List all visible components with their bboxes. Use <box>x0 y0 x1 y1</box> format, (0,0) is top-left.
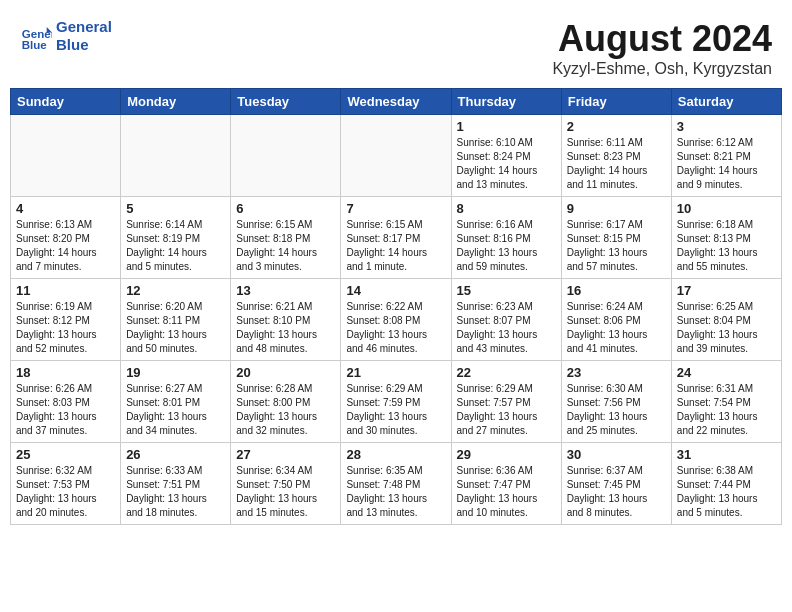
cell-info: Sunrise: 6:29 AM Sunset: 7:57 PM Dayligh… <box>457 382 556 438</box>
day-number: 15 <box>457 283 556 298</box>
cell-info: Sunrise: 6:29 AM Sunset: 7:59 PM Dayligh… <box>346 382 445 438</box>
day-number: 13 <box>236 283 335 298</box>
weekday-header-monday: Monday <box>121 89 231 115</box>
day-number: 5 <box>126 201 225 216</box>
calendar-cell: 16Sunrise: 6:24 AM Sunset: 8:06 PM Dayli… <box>561 279 671 361</box>
day-number: 6 <box>236 201 335 216</box>
calendar-cell: 24Sunrise: 6:31 AM Sunset: 7:54 PM Dayli… <box>671 361 781 443</box>
cell-info: Sunrise: 6:17 AM Sunset: 8:15 PM Dayligh… <box>567 218 666 274</box>
calendar-cell: 10Sunrise: 6:18 AM Sunset: 8:13 PM Dayli… <box>671 197 781 279</box>
calendar-cell: 27Sunrise: 6:34 AM Sunset: 7:50 PM Dayli… <box>231 443 341 525</box>
weekday-header-wednesday: Wednesday <box>341 89 451 115</box>
day-number: 8 <box>457 201 556 216</box>
calendar-cell: 12Sunrise: 6:20 AM Sunset: 8:11 PM Dayli… <box>121 279 231 361</box>
calendar-cell: 26Sunrise: 6:33 AM Sunset: 7:51 PM Dayli… <box>121 443 231 525</box>
calendar-cell: 31Sunrise: 6:38 AM Sunset: 7:44 PM Dayli… <box>671 443 781 525</box>
calendar-cell: 8Sunrise: 6:16 AM Sunset: 8:16 PM Daylig… <box>451 197 561 279</box>
calendar-cell: 14Sunrise: 6:22 AM Sunset: 8:08 PM Dayli… <box>341 279 451 361</box>
logo: General Blue General Blue <box>20 18 112 54</box>
day-number: 16 <box>567 283 666 298</box>
day-number: 30 <box>567 447 666 462</box>
cell-info: Sunrise: 6:37 AM Sunset: 7:45 PM Dayligh… <box>567 464 666 520</box>
calendar-cell: 23Sunrise: 6:30 AM Sunset: 7:56 PM Dayli… <box>561 361 671 443</box>
location: Kyzyl-Eshme, Osh, Kyrgyzstan <box>552 60 772 78</box>
calendar-cell <box>11 115 121 197</box>
calendar-cell: 30Sunrise: 6:37 AM Sunset: 7:45 PM Dayli… <box>561 443 671 525</box>
day-number: 17 <box>677 283 776 298</box>
calendar-body: 1Sunrise: 6:10 AM Sunset: 8:24 PM Daylig… <box>11 115 782 525</box>
day-number: 25 <box>16 447 115 462</box>
cell-info: Sunrise: 6:30 AM Sunset: 7:56 PM Dayligh… <box>567 382 666 438</box>
cell-info: Sunrise: 6:31 AM Sunset: 7:54 PM Dayligh… <box>677 382 776 438</box>
calendar-cell: 2Sunrise: 6:11 AM Sunset: 8:23 PM Daylig… <box>561 115 671 197</box>
cell-info: Sunrise: 6:27 AM Sunset: 8:01 PM Dayligh… <box>126 382 225 438</box>
week-row-4: 18Sunrise: 6:26 AM Sunset: 8:03 PM Dayli… <box>11 361 782 443</box>
cell-info: Sunrise: 6:36 AM Sunset: 7:47 PM Dayligh… <box>457 464 556 520</box>
calendar-cell: 11Sunrise: 6:19 AM Sunset: 8:12 PM Dayli… <box>11 279 121 361</box>
day-number: 12 <box>126 283 225 298</box>
calendar-cell: 18Sunrise: 6:26 AM Sunset: 8:03 PM Dayli… <box>11 361 121 443</box>
calendar-cell: 5Sunrise: 6:14 AM Sunset: 8:19 PM Daylig… <box>121 197 231 279</box>
cell-info: Sunrise: 6:34 AM Sunset: 7:50 PM Dayligh… <box>236 464 335 520</box>
logo-line1: General <box>56 18 112 36</box>
calendar-cell: 7Sunrise: 6:15 AM Sunset: 8:17 PM Daylig… <box>341 197 451 279</box>
calendar-cell: 17Sunrise: 6:25 AM Sunset: 8:04 PM Dayli… <box>671 279 781 361</box>
day-number: 3 <box>677 119 776 134</box>
calendar-cell: 28Sunrise: 6:35 AM Sunset: 7:48 PM Dayli… <box>341 443 451 525</box>
calendar-cell: 6Sunrise: 6:15 AM Sunset: 8:18 PM Daylig… <box>231 197 341 279</box>
day-number: 23 <box>567 365 666 380</box>
day-number: 4 <box>16 201 115 216</box>
calendar-cell <box>121 115 231 197</box>
week-row-1: 1Sunrise: 6:10 AM Sunset: 8:24 PM Daylig… <box>11 115 782 197</box>
day-number: 1 <box>457 119 556 134</box>
day-number: 18 <box>16 365 115 380</box>
weekday-header-row: SundayMondayTuesdayWednesdayThursdayFrid… <box>11 89 782 115</box>
day-number: 11 <box>16 283 115 298</box>
logo-line2: Blue <box>56 36 112 54</box>
day-number: 20 <box>236 365 335 380</box>
weekday-header-friday: Friday <box>561 89 671 115</box>
calendar-table: SundayMondayTuesdayWednesdayThursdayFrid… <box>10 88 782 525</box>
day-number: 7 <box>346 201 445 216</box>
calendar-cell: 13Sunrise: 6:21 AM Sunset: 8:10 PM Dayli… <box>231 279 341 361</box>
calendar-cell: 15Sunrise: 6:23 AM Sunset: 8:07 PM Dayli… <box>451 279 561 361</box>
calendar-cell: 19Sunrise: 6:27 AM Sunset: 8:01 PM Dayli… <box>121 361 231 443</box>
weekday-header-tuesday: Tuesday <box>231 89 341 115</box>
cell-info: Sunrise: 6:21 AM Sunset: 8:10 PM Dayligh… <box>236 300 335 356</box>
cell-info: Sunrise: 6:26 AM Sunset: 8:03 PM Dayligh… <box>16 382 115 438</box>
day-number: 24 <box>677 365 776 380</box>
day-number: 2 <box>567 119 666 134</box>
day-number: 21 <box>346 365 445 380</box>
cell-info: Sunrise: 6:13 AM Sunset: 8:20 PM Dayligh… <box>16 218 115 274</box>
svg-text:Blue: Blue <box>22 39 48 51</box>
day-number: 27 <box>236 447 335 462</box>
calendar-cell: 22Sunrise: 6:29 AM Sunset: 7:57 PM Dayli… <box>451 361 561 443</box>
week-row-2: 4Sunrise: 6:13 AM Sunset: 8:20 PM Daylig… <box>11 197 782 279</box>
day-number: 10 <box>677 201 776 216</box>
calendar-cell: 3Sunrise: 6:12 AM Sunset: 8:21 PM Daylig… <box>671 115 781 197</box>
cell-info: Sunrise: 6:15 AM Sunset: 8:17 PM Dayligh… <box>346 218 445 274</box>
calendar-cell: 29Sunrise: 6:36 AM Sunset: 7:47 PM Dayli… <box>451 443 561 525</box>
cell-info: Sunrise: 6:16 AM Sunset: 8:16 PM Dayligh… <box>457 218 556 274</box>
cell-info: Sunrise: 6:25 AM Sunset: 8:04 PM Dayligh… <box>677 300 776 356</box>
day-number: 31 <box>677 447 776 462</box>
cell-info: Sunrise: 6:32 AM Sunset: 7:53 PM Dayligh… <box>16 464 115 520</box>
day-number: 29 <box>457 447 556 462</box>
cell-info: Sunrise: 6:20 AM Sunset: 8:11 PM Dayligh… <box>126 300 225 356</box>
calendar-cell: 20Sunrise: 6:28 AM Sunset: 8:00 PM Dayli… <box>231 361 341 443</box>
calendar-header: SundayMondayTuesdayWednesdayThursdayFrid… <box>11 89 782 115</box>
cell-info: Sunrise: 6:24 AM Sunset: 8:06 PM Dayligh… <box>567 300 666 356</box>
page-header: General Blue General Blue August 2024 Ky… <box>10 10 782 82</box>
month-year: August 2024 <box>552 18 772 60</box>
day-number: 9 <box>567 201 666 216</box>
calendar-cell: 25Sunrise: 6:32 AM Sunset: 7:53 PM Dayli… <box>11 443 121 525</box>
cell-info: Sunrise: 6:15 AM Sunset: 8:18 PM Dayligh… <box>236 218 335 274</box>
day-number: 19 <box>126 365 225 380</box>
calendar-cell <box>231 115 341 197</box>
cell-info: Sunrise: 6:11 AM Sunset: 8:23 PM Dayligh… <box>567 136 666 192</box>
calendar-cell: 1Sunrise: 6:10 AM Sunset: 8:24 PM Daylig… <box>451 115 561 197</box>
cell-info: Sunrise: 6:33 AM Sunset: 7:51 PM Dayligh… <box>126 464 225 520</box>
cell-info: Sunrise: 6:38 AM Sunset: 7:44 PM Dayligh… <box>677 464 776 520</box>
calendar-cell: 21Sunrise: 6:29 AM Sunset: 7:59 PM Dayli… <box>341 361 451 443</box>
weekday-header-saturday: Saturday <box>671 89 781 115</box>
